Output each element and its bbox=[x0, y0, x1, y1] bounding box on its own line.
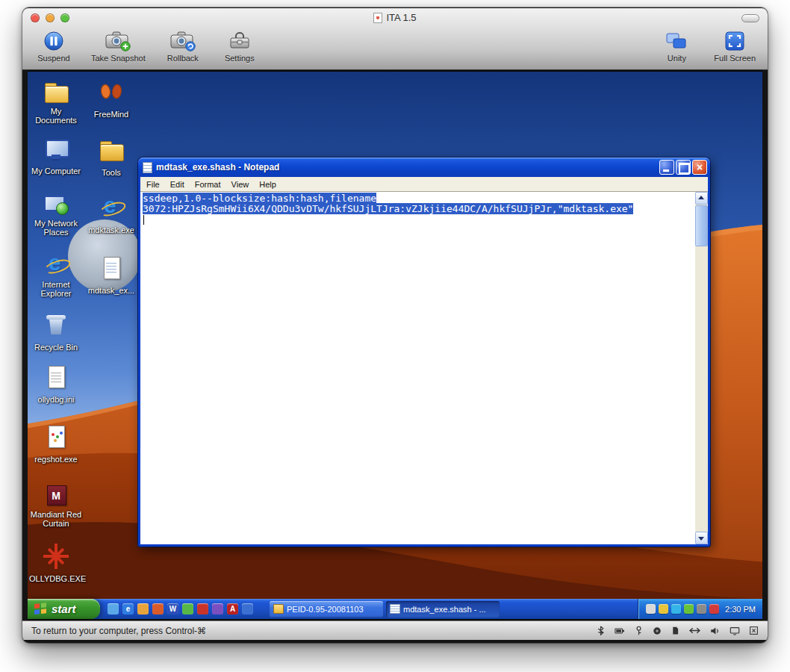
take-snapshot-label: Take Snapshot bbox=[91, 54, 146, 63]
zoom-button[interactable] bbox=[60, 13, 69, 22]
quick-launch-icon[interactable] bbox=[108, 603, 119, 615]
vertical-scrollbar[interactable] bbox=[695, 192, 708, 544]
suspend-button[interactable]: Suspend bbox=[34, 29, 73, 63]
full-screen-icon bbox=[725, 29, 744, 52]
start-button[interactable]: start bbox=[28, 599, 100, 619]
bluetooth-icon[interactable] bbox=[596, 625, 606, 636]
desktop-icon[interactable]: Mandiant Red Curtain bbox=[29, 482, 83, 529]
taskbar-window-button[interactable]: mdtask_exe.shash - ... bbox=[386, 601, 500, 617]
tray-icons bbox=[646, 604, 719, 614]
settings-button[interactable]: Settings bbox=[220, 29, 259, 63]
scrollbar-thumb[interactable] bbox=[695, 205, 708, 246]
desktop-icon-image bbox=[99, 255, 124, 281]
scroll-down-button[interactable] bbox=[695, 532, 708, 544]
desktop-icon-image bbox=[99, 79, 124, 105]
tray-icon[interactable] bbox=[697, 604, 706, 614]
battery-icon[interactable] bbox=[614, 626, 626, 636]
menu-item[interactable]: File bbox=[141, 178, 165, 190]
taskbar-button-icon bbox=[390, 604, 400, 614]
notepad-minimize-button[interactable] bbox=[659, 160, 674, 175]
text-line: 3072:HPZJsRgSmHWii6X4/QDDu3vDTw/hkfSUJjL… bbox=[143, 204, 693, 214]
webcam-icon[interactable] bbox=[652, 626, 662, 636]
traffic-lights bbox=[31, 13, 69, 22]
desktop-icon-image bbox=[43, 544, 69, 569]
desktop-icon[interactable]: My Computer bbox=[29, 136, 83, 177]
display-icon[interactable] bbox=[729, 626, 741, 636]
vmware-statusbar: To return to your computer, press Contro… bbox=[22, 620, 768, 640]
quick-launch-icon[interactable] bbox=[152, 603, 164, 615]
desktop-icon-image bbox=[43, 79, 69, 105]
menu-item[interactable]: Help bbox=[254, 178, 282, 190]
quick-launch-icon[interactable]: W bbox=[167, 603, 178, 615]
unity-button[interactable]: Unity bbox=[657, 29, 696, 63]
settings-label: Settings bbox=[225, 54, 255, 63]
suspend-icon bbox=[43, 29, 64, 52]
vmware-header: ITA 1.5 Suspend Take Snapshot bbox=[22, 8, 768, 70]
taskbar-window-button[interactable]: PEID-0.95-20081103 bbox=[270, 601, 383, 617]
text-line: ssdeep,1.0--blocksize:hash:hash,filename bbox=[143, 193, 693, 204]
desktop-icon[interactable]: OLLYDBG.EXE bbox=[29, 544, 83, 585]
text-line-content: ssdeep,1.0--blocksize:hash:hash,filename bbox=[143, 193, 376, 204]
sd-card-icon[interactable] bbox=[671, 625, 680, 636]
tray-icon[interactable] bbox=[671, 604, 681, 614]
tray-icon[interactable] bbox=[709, 604, 719, 614]
desktop-icon[interactable]: regshot.exe bbox=[29, 424, 83, 465]
minimize-button[interactable] bbox=[46, 13, 55, 22]
notepad-window: mdtask_exe.shash - Notepad File Edit bbox=[138, 158, 710, 547]
desktop-icon[interactable]: mdktask.exe bbox=[84, 195, 138, 236]
quick-launch-icon[interactable] bbox=[242, 603, 253, 615]
quick-launch-icon[interactable]: A bbox=[227, 603, 238, 615]
notepad-maximize-button[interactable] bbox=[676, 160, 691, 175]
quick-launch-icon[interactable] bbox=[197, 603, 208, 615]
desktop-icon-image bbox=[43, 191, 69, 217]
tray-icon[interactable] bbox=[659, 604, 668, 614]
taskbar-button-label: PEID-0.95-20081103 bbox=[287, 605, 364, 614]
tray-icon[interactable] bbox=[646, 604, 656, 614]
taskbar-button-label: mdtask_exe.shash - ... bbox=[403, 605, 486, 614]
desktop-icon[interactable]: mdtask_ex... bbox=[84, 255, 138, 296]
desktop-icon-image bbox=[99, 137, 124, 163]
scroll-up-button[interactable] bbox=[695, 192, 708, 205]
suspend-label: Suspend bbox=[37, 54, 69, 63]
rollback-button[interactable]: Rollback bbox=[164, 29, 202, 63]
quick-launch-icon[interactable] bbox=[182, 603, 193, 615]
key-icon[interactable] bbox=[634, 625, 644, 636]
tray-icon[interactable] bbox=[684, 604, 694, 614]
toolbar-toggle-lozenge[interactable] bbox=[741, 14, 759, 22]
vmware-window: ITA 1.5 Suspend Take Snapshot bbox=[22, 7, 768, 643]
desktop-icon-label: mdtask_ex... bbox=[88, 286, 134, 295]
desktop-icon-image bbox=[99, 195, 124, 220]
notepad-text-area[interactable]: ssdeep,1.0--blocksize:hash:hash,filename… bbox=[140, 191, 708, 544]
notepad-close-button[interactable] bbox=[692, 160, 707, 175]
quick-launch-icon[interactable] bbox=[137, 603, 149, 615]
desktop-icon[interactable]: My Network Places bbox=[29, 191, 83, 238]
desktop-icon-image bbox=[43, 482, 69, 508]
quick-launch-icon[interactable]: e bbox=[122, 603, 134, 615]
desktop-icon-label: My Documents bbox=[29, 107, 83, 125]
desktop-icon[interactable]: Internet Explorer bbox=[29, 252, 83, 299]
window-title: ITA 1.5 bbox=[373, 12, 416, 23]
notepad-icon bbox=[143, 162, 152, 173]
menu-item[interactable]: Format bbox=[190, 178, 226, 190]
input-source-icon[interactable] bbox=[749, 626, 759, 635]
desktop-icon[interactable]: Tools bbox=[84, 137, 138, 178]
usb-arrows-icon[interactable] bbox=[688, 626, 701, 635]
volume-icon[interactable] bbox=[709, 626, 721, 636]
full-screen-button[interactable]: Full Screen bbox=[714, 29, 756, 63]
xp-desktop: My Documents FreeMind My Computer bbox=[28, 70, 762, 620]
take-snapshot-button[interactable]: Take Snapshot bbox=[91, 29, 146, 63]
desktop-icon-label: ollydbg.ini bbox=[38, 395, 75, 404]
desktop-icon-label: Internet Explorer bbox=[29, 280, 83, 298]
desktop-icon[interactable]: My Documents bbox=[29, 79, 83, 126]
desktop-icon[interactable]: Recycle Bin bbox=[29, 312, 83, 353]
desktop-icon[interactable]: FreeMind bbox=[84, 79, 138, 120]
quick-launch-icon[interactable] bbox=[212, 603, 223, 615]
menu-item[interactable]: Edit bbox=[165, 178, 190, 190]
vmware-toolbar: Suspend Take Snapshot Rollback bbox=[22, 27, 768, 69]
notepad-text-lines: ssdeep,1.0--blocksize:hash:hash,filename… bbox=[143, 193, 693, 214]
rollback-camera-icon bbox=[169, 29, 196, 52]
desktop-icon[interactable]: ollydbg.ini bbox=[29, 364, 83, 405]
notepad-titlebar[interactable]: mdtask_exe.shash - Notepad bbox=[138, 158, 710, 177]
close-button[interactable] bbox=[31, 13, 40, 22]
menu-item[interactable]: View bbox=[226, 178, 255, 190]
